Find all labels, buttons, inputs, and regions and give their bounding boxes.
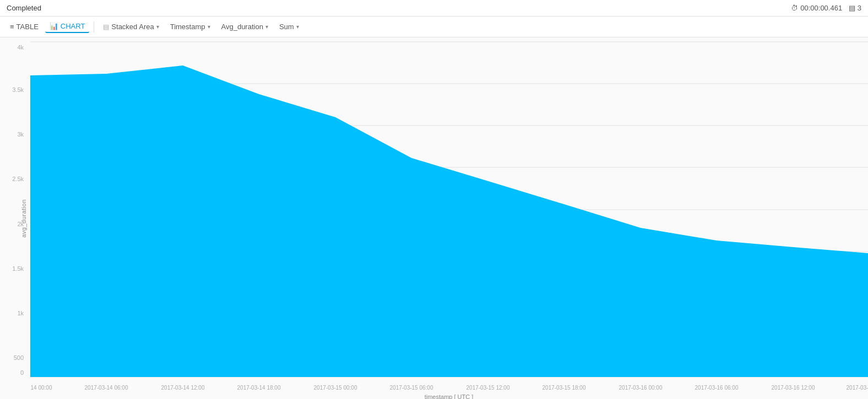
y-tick-2k: 2k: [17, 221, 24, 227]
y-tick-4k: 4k: [17, 44, 24, 51]
chart-button[interactable]: 📊 CHART: [45, 20, 90, 33]
x-label-5: 2017-03-15 06:00: [390, 385, 433, 391]
x-label-3: 2017-03-14 18:00: [237, 385, 281, 391]
chart-svg-area: 2017-03-14 00:00 2017-03-14 06:00 2017-0…: [30, 37, 868, 399]
x-label-2: 2017-03-14 12:00: [161, 385, 205, 391]
table-icon: ≡: [10, 23, 14, 31]
timer-display: ⏱ 00:00:00.461: [791, 4, 842, 12]
y-tick-1-5k: 1.5k: [12, 265, 24, 272]
avg-duration-dropdown[interactable]: Avg_duration ▾: [217, 21, 273, 32]
x-label-0: 2017-03-14 00:00: [30, 385, 52, 391]
chart-label: CHART: [61, 22, 85, 30]
timestamp-dropdown[interactable]: Timestamp ▾: [166, 21, 215, 32]
y-tick-3-5k: 3.5k: [12, 86, 24, 93]
chart-type-chevron: ▾: [156, 24, 159, 30]
chart-svg: 2017-03-14 00:00 2017-03-14 06:00 2017-0…: [30, 37, 868, 399]
status-bar: Completed ⏱ 00:00:00.461 ▤ 3: [0, 0, 868, 17]
y-tick-3k: 3k: [17, 131, 24, 138]
status-right: ⏱ 00:00:00.461 ▤ 3: [791, 4, 861, 12]
count-icon: ▤: [849, 4, 855, 12]
chart-container: avg_duration 4k 3.5k 3k 2.5k 2k 1.5k 1k …: [0, 37, 868, 399]
chart-icon: 📊: [50, 22, 58, 30]
y-tick-2-5k: 2.5k: [12, 176, 24, 182]
avg-duration-label: Avg_duration: [221, 23, 263, 31]
x-label-9: 2017-03-16 06:00: [695, 385, 739, 391]
y-ticks: 4k 3.5k 3k 2.5k 2k 1.5k 1k 500 0: [0, 42, 27, 399]
toolbar-divider: [94, 21, 94, 32]
x-label-10: 2017-03-16 12:00: [772, 385, 815, 391]
x-label-11: 2017-03-16 18:00: [847, 385, 868, 391]
table-label: TABLE: [17, 23, 39, 31]
y-tick-500: 500: [14, 354, 24, 361]
timer-value: 00:00:00.461: [800, 4, 842, 12]
x-label-4: 2017-03-15 00:00: [314, 385, 357, 391]
count-display: ▤ 3: [849, 4, 861, 12]
sum-label: Sum: [279, 23, 294, 31]
chart-type-dropdown[interactable]: ▤ Stacked Area ▾: [99, 21, 163, 32]
x-label-1: 2017-03-14 06:00: [85, 385, 128, 391]
timer-icon: ⏱: [791, 4, 798, 12]
sum-chevron: ▾: [296, 24, 299, 30]
timestamp-label: Timestamp: [170, 23, 205, 31]
avg-duration-chevron: ▾: [265, 24, 268, 30]
toolbar: ≡ TABLE 📊 CHART ▤ Stacked Area ▾ Timesta…: [0, 17, 868, 37]
timestamp-chevron: ▾: [208, 24, 210, 30]
chart-type-icon: ▤: [103, 23, 109, 31]
chart-type-label: Stacked Area: [111, 23, 154, 31]
x-label-8: 2017-03-16 00:00: [619, 385, 663, 391]
y-tick-0: 0: [20, 369, 24, 376]
x-label-6: 2017-03-15 12:00: [466, 385, 510, 391]
x-axis-title: timestamp [ UTC ]: [425, 393, 474, 399]
x-label-7: 2017-03-15 18:00: [542, 385, 586, 391]
y-tick-1k: 1k: [17, 310, 24, 316]
sum-dropdown[interactable]: Sum ▾: [275, 21, 303, 32]
status-title: Completed: [7, 4, 41, 12]
table-button[interactable]: ≡ TABLE: [6, 21, 43, 32]
y-axis: avg_duration 4k 3.5k 3k 2.5k 2k 1.5k 1k …: [0, 37, 30, 399]
count-value: 3: [858, 4, 861, 12]
